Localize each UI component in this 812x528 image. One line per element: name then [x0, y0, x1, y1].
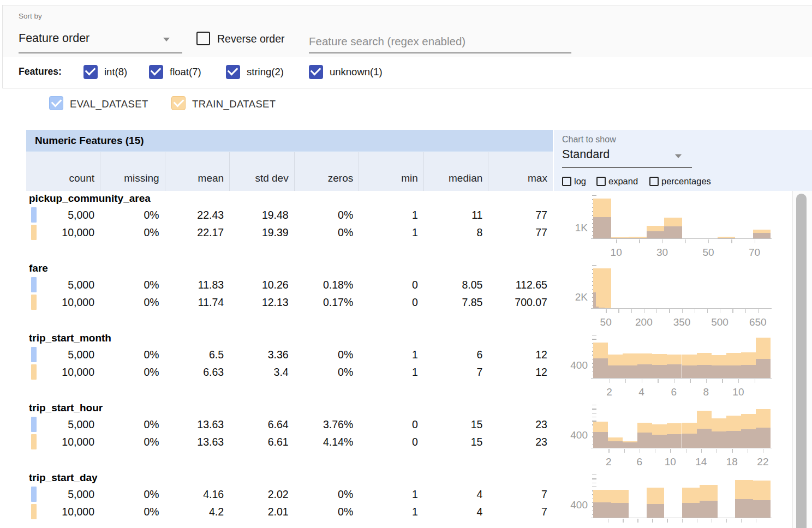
chevron-down-icon[interactable] [163, 38, 170, 41]
histogram-bar-eval_dataset [667, 434, 682, 448]
dataset-swatch-eval_dataset [31, 487, 37, 502]
feature-stats-row: 5,0000%22.4319.480%11177 [26, 206, 553, 224]
x-axis-tick [697, 519, 697, 523]
plot-area [593, 195, 771, 238]
column-header-std-dev: std dev [229, 152, 294, 191]
y-axis-tick-label: 2K [562, 291, 588, 303]
histogram-bar-eval_dataset [593, 432, 608, 448]
x-axis-tick [748, 449, 748, 453]
dataset-swatch-eval_dataset [31, 417, 37, 432]
sort-by-dropdown[interactable]: Feature order [19, 32, 89, 45]
reverse-order-checkbox[interactable] [196, 32, 210, 45]
stat-value-count: 5,000 [26, 209, 100, 221]
log-checkbox[interactable] [562, 177, 571, 186]
stat-value-max: 12 [488, 366, 553, 379]
train-dataset-checkbox[interactable] [171, 96, 186, 110]
stat-value-mean: 11.83 [165, 279, 230, 291]
feature-stats-row: 5,0000%4.162.020%147 [26, 485, 553, 503]
table-title: Numeric Features (15) [26, 130, 553, 152]
stat-value-median: 8.05 [423, 279, 488, 291]
histogram-bar-eval_dataset [623, 442, 637, 448]
eval-dataset-label: EVAL_DATASET [70, 98, 148, 110]
chart-to-show-label: Chart to show [562, 135, 616, 145]
int-checkbox[interactable] [83, 65, 98, 79]
stat-value-missing: 0% [100, 296, 165, 309]
histogram-bar-eval_dataset [611, 503, 629, 518]
x-axis-tick [758, 309, 759, 313]
float-checkbox[interactable] [149, 65, 163, 79]
stat-value-zeros: 0% [294, 349, 359, 361]
x-axis-line [591, 518, 772, 518]
plot-area [593, 475, 771, 518]
stat-value-median: 7.85 [423, 296, 488, 309]
x-axis-tick-label: 18 [720, 456, 744, 468]
x-axis-tick [608, 449, 609, 453]
x-axis-tick [732, 449, 732, 453]
stat-value-count: 10,000 [26, 226, 100, 239]
stat-value-std-dev: 12.13 [229, 296, 294, 309]
feature-histogram: 1K10305070 [562, 191, 791, 261]
x-axis-tick-label: 650 [746, 316, 770, 328]
dataset-swatch-train_dataset [31, 434, 37, 449]
column-header-min: min [359, 152, 423, 191]
column-header-row: countmissingmeanstd devzerosminmedianmax [26, 152, 553, 191]
scrollbar-thumb[interactable] [796, 194, 807, 528]
x-axis-tick [616, 239, 617, 243]
x-axis-tick-label: 10 [726, 386, 750, 398]
feature-stats-row: 10,0000%11.7412.130.17%07.85700.07 [26, 293, 553, 311]
stat-value-min: 0 [359, 418, 423, 431]
plot-area [593, 335, 771, 378]
stat-value-median: 6 [423, 349, 488, 361]
x-axis-tick [755, 379, 755, 383]
x-axis-tick [674, 379, 674, 383]
x-axis-tick-label: 4 [630, 386, 654, 398]
stat-value-count: 10,000 [26, 436, 100, 448]
feature-name: trip_start_hour [29, 402, 103, 414]
x-axis-tick [644, 309, 644, 313]
chart-type-dropdown[interactable]: Standard [562, 148, 610, 161]
histogram-bar-eval_dataset [647, 231, 665, 238]
x-axis-tick [745, 309, 746, 313]
histogram-bar-eval_dataset [667, 364, 682, 378]
histogram-bar-eval_dataset [756, 428, 771, 448]
x-axis-tick [708, 239, 709, 243]
x-axis-tick-label: 500 [708, 316, 732, 328]
unknown-checkbox[interactable] [309, 65, 323, 79]
stat-value-missing: 0% [100, 349, 165, 361]
scrollbar-track[interactable] [792, 191, 812, 528]
dataset-swatch-eval_dataset [31, 207, 37, 223]
train-dataset-label: TRAIN_DATASET [192, 98, 276, 110]
stat-value-max: 23 [488, 418, 553, 431]
stat-value-std-dev: 10.26 [229, 279, 294, 291]
stat-value-std-dev: 19.39 [229, 226, 294, 239]
x-axis-tick [726, 519, 727, 523]
x-axis-tick [662, 239, 663, 243]
expand-checkbox[interactable] [596, 177, 606, 186]
stat-value-median: 4 [423, 506, 488, 518]
histogram-bar-eval_dataset [712, 365, 726, 378]
toolbar: Sort by Feature order Reverse order [2, 5, 812, 58]
histogram-bar-eval_dataset [726, 365, 741, 378]
percentages-checkbox[interactable] [649, 177, 659, 186]
stat-value-zeros: 0% [294, 226, 359, 239]
histogram-bar-eval_dataset [756, 359, 771, 379]
stat-value-zeros: 4.14% [294, 436, 359, 448]
x-axis-tick-label: 200 [632, 316, 656, 328]
x-axis-tick [625, 379, 626, 383]
chevron-down-icon[interactable] [675, 154, 682, 158]
x-axis-tick [624, 449, 625, 453]
feature-search-input[interactable] [309, 31, 571, 53]
x-axis-tick [731, 239, 732, 243]
stat-value-max: 7 [488, 506, 553, 518]
x-axis-tick [706, 379, 707, 383]
x-axis-tick [669, 309, 670, 313]
x-axis-line [591, 238, 772, 239]
stat-value-mean: 13.63 [165, 436, 230, 448]
stat-value-mean: 11.74 [165, 296, 230, 309]
histogram-bar-eval_dataset [753, 233, 771, 238]
string-checkbox[interactable] [226, 65, 240, 79]
feature-stats-row: 10,0000%13.636.614.14%01523 [26, 433, 553, 451]
x-axis-tick [667, 519, 667, 523]
eval-dataset-checkbox[interactable] [49, 96, 63, 110]
feature-name: trip_start_month [29, 332, 111, 344]
